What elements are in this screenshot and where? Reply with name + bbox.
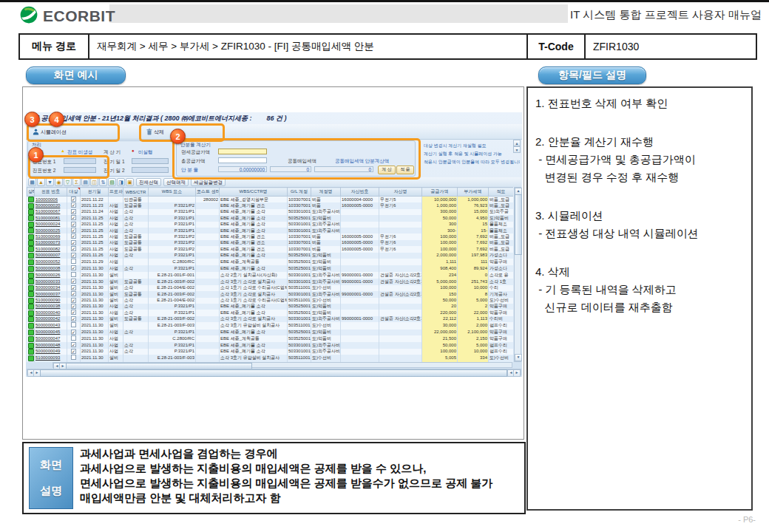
row-checkbox[interactable]: ✓	[71, 304, 76, 309]
row-checkbox[interactable]: ✓	[71, 246, 76, 251]
grid-row[interactable]: 5100000081✓2021.11.25사업소각P.3321/P1EBE 세종…	[27, 215, 514, 221]
grid-header-9[interactable]: G/L 계정	[288, 188, 311, 197]
grid-row[interactable]: 5000000048✓2021.11.30사업소각P.3321/P1EBE 세종…	[27, 342, 514, 348]
grid-row[interactable]: 5000000020✓2021.11.23사업도급공통P.3321/P2EBE …	[27, 202, 514, 208]
grid-header-4[interactable]: 프로파일	[109, 188, 123, 197]
grid-row[interactable]: 50000000262021.11.30설비E.28-21-001/F-001소…	[27, 272, 514, 279]
row-checkbox[interactable]: ✓	[71, 330, 76, 335]
grid-row[interactable]: 5000000037✓2021.11.30설비도급공통E.28-21-003/F…	[27, 291, 514, 297]
alv-tool-icon[interactable]: ▲	[37, 178, 45, 186]
grid-row[interactable]: 5100000082✓2021.11.25사업도급공통P.3321/P2EBE …	[27, 246, 514, 252]
grid-row[interactable]: 5000000007✓2021.11.26사업소각P.3321/P1EBE 세종…	[27, 253, 514, 259]
row-checkbox[interactable]: ✓	[71, 279, 76, 284]
grid-row[interactable]: 5000000024✓2021.11.25사업소각P.3321/P1EBE 세종…	[27, 222, 514, 228]
grid-outer-hscrollbar[interactable]: ◄ ► ◄ ►	[27, 369, 521, 375]
grid-inner-hscrollbar[interactable]: ◄ ►	[52, 362, 512, 368]
row-checkbox[interactable]: ✓	[71, 197, 76, 202]
grid-cell[interactable]: 5000000020	[35, 202, 67, 208]
grid-cell[interactable]: 100000006	[35, 197, 67, 203]
grid-row[interactable]: 50000000432021.11.30설비E.28-21-003/F-003소…	[27, 322, 514, 329]
grid-cell[interactable]: 5000000040	[35, 310, 67, 316]
row-checkbox[interactable]	[71, 259, 76, 264]
grid-header-10[interactable]: 계정명	[311, 188, 341, 197]
outer-hscroll-thumb[interactable]	[40, 369, 507, 377]
grid-row[interactable]: 5000000033✓2021.11.30설비도급공통E.28-21-003/F…	[27, 279, 514, 284]
form-mini-scrollbar[interactable]: ▲ ▼	[513, 140, 521, 153]
grid-cell[interactable]: 5100000069	[35, 233, 67, 239]
grid-cell[interactable]: 5000000045	[35, 330, 67, 335]
grid-header-15[interactable]: 적요	[489, 188, 514, 197]
grid-header-2[interactable]: 대상	[67, 188, 81, 197]
date2-field[interactable]	[132, 167, 169, 173]
grid-cell[interactable]: 5000000037	[35, 291, 67, 297]
grid-row[interactable]: 5000000034✓2021.11.30설비소각E.28-21-004/E-0…	[27, 285, 514, 291]
grid-row[interactable]: 100000006✓2021.11.22민관공통280002EBE 세종_경영지…	[27, 197, 514, 203]
grid-cell[interactable]: 5000000025	[35, 228, 67, 233]
grid-row[interactable]: 5000000038✓2021.11.30사업소각P.3321/P1EBE 세종…	[27, 304, 514, 310]
grid-row[interactable]: 51000000932021.11.30설비E.28-21-003/F-003소…	[27, 355, 514, 361]
grid-cell[interactable]: 5100000073	[35, 240, 67, 246]
grid-row[interactable]: 5000000045✓2021.11.30사업소각P.3321/P1EBE 세종…	[27, 330, 514, 335]
grid-cell[interactable]: 5100000090	[35, 298, 67, 304]
row-checkbox[interactable]: ✓	[71, 240, 76, 245]
row-checkbox[interactable]: ✓	[71, 233, 76, 239]
grid-row[interactable]: 50000000472021.11.30사업C.2800/RCEBE 세종_계획…	[27, 335, 514, 342]
grid-header-11[interactable]: 자산번호	[341, 188, 379, 197]
row-checkbox[interactable]	[71, 272, 76, 277]
grid-cell[interactable]: 5000000048	[35, 342, 67, 348]
grid-header-14[interactable]: 부가세액	[458, 188, 489, 197]
alv-tool-icon[interactable]: ◉	[55, 178, 63, 186]
row-checkbox[interactable]: ✓	[71, 253, 76, 258]
row-checkbox[interactable]: ✓	[71, 202, 76, 208]
alv-tool-icon[interactable]: ◫	[90, 178, 98, 186]
grid-row[interactable]: 5000000025✓2021.11.25사업소각P.3321/P1EBE 세종…	[27, 228, 514, 233]
grid-header-6[interactable]: WBS 요소	[149, 188, 196, 197]
scroll-up-icon[interactable]: ▲	[513, 140, 521, 146]
row-checkbox[interactable]: ✓	[71, 215, 76, 220]
grid-cell[interactable]: 5000000024	[35, 222, 67, 228]
select-all-button[interactable]: 전체선택	[136, 178, 161, 186]
grid-header-5[interactable]: WBS/CTR	[123, 188, 149, 197]
grid-cell[interactable]: 5000000043	[35, 322, 67, 329]
row-checkbox[interactable]: ✓	[71, 265, 76, 270]
row-checkbox[interactable]: ✓	[71, 285, 76, 290]
grid-row[interactable]: 5000000049✓2021.11.30사업소각P.3321/P1EBE 세종…	[27, 349, 514, 355]
grid-row[interactable]: 5100000090✓2021.11.30설비소각E.28-21-004/E-0…	[27, 298, 514, 304]
grid-cell[interactable]: 5000000038	[35, 304, 67, 310]
grid-cell[interactable]: 5000000026	[35, 272, 67, 279]
alv-tool-icon[interactable]: ⇅	[99, 178, 107, 186]
grid-vertical-scrollbar[interactable]: ▲ ▼	[514, 187, 521, 362]
row-checkbox[interactable]	[71, 335, 76, 341]
grid-cell[interactable]: 5000000008	[35, 265, 67, 271]
row-checkbox[interactable]: ✓	[71, 228, 76, 233]
grid-header-1[interactable]: 전표 번호	[35, 188, 67, 197]
date1-field[interactable]	[132, 158, 169, 164]
scroll-down-icon[interactable]: ▼	[513, 146, 521, 153]
vscroll-thumb[interactable]	[515, 194, 522, 255]
row-checkbox[interactable]: ✓	[71, 291, 76, 296]
grid-header-7[interactable]: 코스트 센터	[196, 188, 220, 197]
grid-row[interactable]: 5000000008✓2021.11.30사업소각P.3321/P1EBE 세종…	[27, 265, 514, 271]
grid-cell[interactable]: 5000000047	[35, 335, 67, 342]
row-checkbox[interactable]	[71, 355, 76, 360]
row-checkbox[interactable]: ✓	[71, 298, 76, 303]
row-checkbox[interactable]: ✓	[71, 310, 76, 315]
grid-row[interactable]: 5000000040✓2021.11.30사업소각P.3321/P1EBE 세종…	[27, 310, 514, 316]
grid-row[interactable]: 5000000042✓2021.11.30설비도급공통E.28-21-003/F…	[27, 316, 514, 322]
grid-row[interactable]: 50000000522021.11.29사업C.2800/RCEBE 세종_계획…	[27, 259, 514, 265]
row-checkbox[interactable]	[71, 322, 76, 327]
grid-cell[interactable]: 5000000042	[35, 316, 67, 322]
alv-tool-icon[interactable]: ▽	[64, 178, 72, 186]
alv-tool-icon[interactable]: ▼	[46, 178, 54, 186]
alv-tool-icon[interactable]: ▤	[81, 178, 89, 186]
grid-header-12[interactable]: 자산명	[379, 188, 422, 197]
grid-row[interactable]: 5100000069✓2021.11.25사업도급공통P.3321/P2EBE …	[27, 233, 514, 239]
grid-cell[interactable]: 5100000082	[35, 246, 67, 252]
alv-tool-icon[interactable]: ▧	[108, 178, 116, 186]
grid-header-13[interactable]: 공급가액	[422, 188, 458, 197]
scroll-right-icon[interactable]: ►	[513, 369, 521, 377]
scroll-down-icon[interactable]: ▼	[515, 354, 522, 361]
grid-header-0[interactable]: 상태	[27, 188, 35, 197]
grid-header-8[interactable]: WBS/CCTR명	[220, 188, 288, 197]
grid-cell[interactable]: 5100000067	[35, 209, 67, 215]
